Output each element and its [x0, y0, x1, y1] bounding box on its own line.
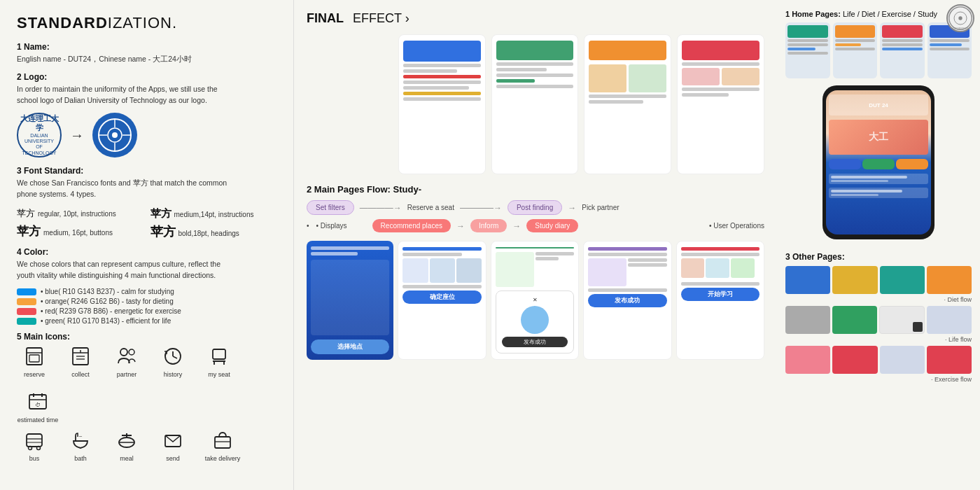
icon-bus: bus: [17, 428, 52, 462]
inform-pill: Inform: [470, 219, 507, 232]
bottom-ss-content-5: 开始学习: [677, 241, 764, 359]
original-logo: 大连理工大学 DALIAN UNIVERSITYOF TECHNOLOGY: [17, 113, 62, 158]
ss-content-4: [584, 35, 671, 174]
big-phone-container: DUT 24 大工: [785, 85, 972, 246]
color3-label: • red( R239 G78 B86) - energetic for exe…: [41, 307, 181, 315]
font1-cn: 苹方: [17, 207, 35, 220]
home-pages-header: 1 Home Pages: Life / Diet / Exercise / S…: [785, 10, 972, 18]
collect-icon-box: [68, 344, 93, 369]
section3-title: 3 Font Standard:: [17, 166, 276, 176]
bss-bar41: [588, 247, 666, 251]
font4-cn: 苹方: [150, 223, 176, 240]
svg-point-46: [958, 16, 962, 20]
ss-bar35: [496, 85, 574, 88]
phone-icon2: [862, 159, 895, 169]
flow-dot-displays: •: [307, 222, 309, 230]
bus-icon: [24, 430, 45, 451]
app-screenshot-4: [584, 34, 671, 174]
icons-row-1: reserve collect: [17, 344, 276, 424]
color-item-blue: • blue( R10 G143 B237) - calm for studyi…: [17, 288, 276, 295]
left-panel: STANDARDIZATION. 1 Name: English name - …: [0, 0, 294, 490]
ss-bar34: [496, 79, 535, 83]
diet-box3: [880, 266, 925, 294]
font2-cn: 苹方: [150, 207, 172, 220]
logo-svg: [97, 118, 132, 153]
font-table: 苹方 regular, 10pt, instructions 苹方 medium…: [17, 207, 276, 240]
icon8-label: bath: [74, 455, 87, 462]
bss-img31: [496, 252, 534, 287]
ss-bar31: [496, 62, 574, 66]
diet-box1: [785, 266, 830, 294]
phone-hero-img: 大工: [829, 120, 928, 155]
life-flow-label: · Life flow: [785, 336, 972, 343]
phone-top-banner: DUT 24: [829, 94, 928, 115]
flow-label-reserve: Reserve a seat: [407, 204, 454, 211]
icons-row-2: bus ~ bath: [17, 428, 276, 462]
history-icon: [162, 346, 183, 367]
bss-bar31: [496, 247, 574, 248]
flow-arrow4: →: [456, 221, 465, 231]
section1-title: 1 Name:: [17, 42, 276, 52]
ss-bar41: [589, 94, 666, 98]
hs-header-red: [882, 25, 923, 38]
pli1-bar2: [831, 180, 888, 182]
bottom-ss-5: 开始学习: [676, 241, 764, 360]
ss-grid-item41: [589, 64, 626, 92]
bss-t42: [628, 263, 666, 267]
ss-bar53: [682, 93, 728, 97]
bottom-ss-content-1: 选择地点: [307, 241, 393, 360]
section2-body: In order to maintain the uniformity of t…: [17, 84, 276, 106]
bss-grid2: [430, 258, 455, 283]
hs-bar3: [788, 48, 816, 50]
exercise-box1: [785, 346, 830, 374]
hs-bar42: [930, 43, 962, 46]
flow-display-label: • Displays: [316, 222, 347, 230]
home-screen-exercise: [880, 22, 925, 78]
big-phone-screen: DUT 24 大工: [826, 90, 931, 234]
svg-point-32: [37, 447, 41, 450]
ss-bar4: [403, 80, 481, 84]
hs-bar41: [930, 39, 970, 42]
svg-rect-42: [215, 437, 230, 448]
flow-section: 2 Main Pages Flow: Study- Set filters ——…: [307, 184, 764, 232]
bss-g52: [706, 258, 729, 278]
bss-dialog-box: ✕ 发布成功: [496, 290, 574, 354]
logo-sub-text: DALIAN UNIVERSITYOF TECHNOLOGY: [18, 133, 60, 157]
svg-text:UNIVERSITY: UNIVERSITY: [953, 27, 968, 30]
title-normal: IZATION.: [108, 14, 177, 31]
ss-bar6: [403, 92, 481, 95]
hs-bar2: [788, 43, 828, 46]
icon9-label: meal: [120, 455, 134, 462]
hs-bar31: [882, 39, 923, 42]
take-delivery-icon: [212, 430, 233, 451]
bss-bar22: [402, 253, 461, 256]
svg-line-19: [173, 356, 177, 358]
exercise-flow-label: · Exercise flow: [785, 376, 972, 383]
bath-icon: ~: [70, 430, 91, 451]
flow-title: 2 Main Pages Flow: Study-: [307, 184, 764, 195]
ss-mini2: [722, 68, 760, 85]
bss-g53: [731, 258, 755, 278]
hs-bar43: [930, 48, 970, 50]
diet-box2: [832, 266, 877, 294]
icon10-label: send: [166, 455, 180, 462]
logo-row: 大连理工大学 DALIAN UNIVERSITYOF TECHNOLOGY →: [17, 113, 276, 158]
icon7-label: bus: [29, 455, 40, 462]
bottom-ss-4: 发布成功: [583, 241, 671, 360]
bss-g51: [681, 258, 705, 278]
new-logo: [92, 113, 137, 158]
app-screenshot-5: [677, 34, 764, 174]
hs-bar21: [835, 39, 876, 42]
recommend-pill: Recommend places: [372, 219, 451, 232]
icon1-label: reserve: [24, 371, 45, 378]
font-row-1: 苹方 regular, 10pt, instructions: [17, 207, 144, 220]
ss-header-bar5: [682, 41, 760, 60]
hs-bar33: [882, 48, 923, 50]
bss-btn5: 开始学习: [681, 288, 760, 301]
phone-hero-chars: 大工: [869, 131, 888, 144]
study-diary-pill: Study diary: [526, 219, 578, 232]
diet-flow-label: · Diet flow: [785, 296, 972, 303]
bss-circle: [521, 306, 549, 334]
ss-bar52: [682, 88, 760, 91]
exercise-flow-row: [785, 346, 972, 374]
